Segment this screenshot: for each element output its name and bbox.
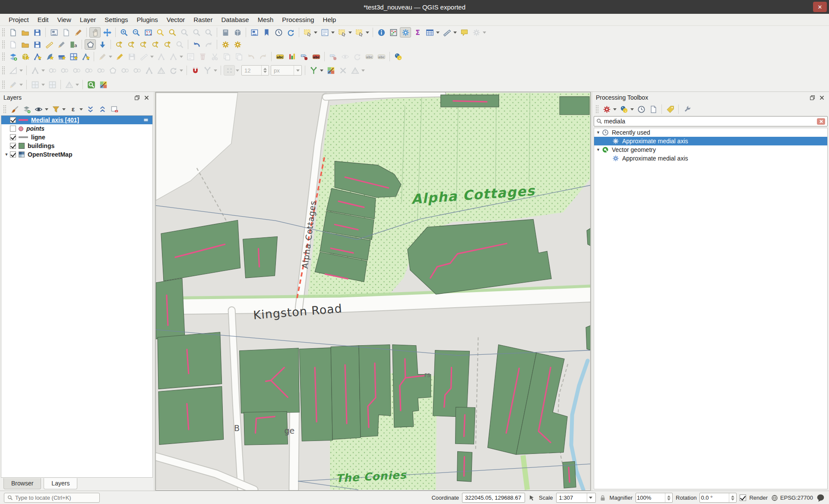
new-3d-map-view-button[interactable] [232, 27, 243, 38]
select-features-dropdown-icon[interactable] [314, 32, 317, 34]
python-console-button[interactable] [392, 51, 404, 62]
mesh-edit-topology-button[interactable] [47, 79, 58, 90]
data-source-manager-button[interactable] [7, 51, 19, 62]
new-geopackage-layer-button[interactable] [19, 51, 31, 62]
mesh-digitizing-dropdown-icon[interactable] [19, 84, 23, 86]
processing-toolbox-button[interactable] [400, 27, 411, 38]
menu-layer[interactable]: Layer [76, 15, 101, 25]
edit-features-in-place-button[interactable] [664, 104, 676, 114]
coordinate-input[interactable] [465, 495, 522, 501]
options-button[interactable] [681, 104, 693, 114]
save-layer-edits-button[interactable] [126, 51, 137, 62]
curve-tool-button[interactable] [119, 65, 130, 76]
layer-item-openstreetmap[interactable]: ▼OpenStreetMap [1, 150, 152, 159]
map-tips-button[interactable] [459, 27, 470, 38]
ellipse-from-center-button[interactable] [83, 65, 94, 76]
pan-to-selection-button[interactable] [101, 27, 113, 38]
magnifier-spinbox[interactable]: 100% [636, 493, 673, 503]
zoom-last-button[interactable] [191, 27, 202, 38]
select-by-value-button[interactable] [319, 27, 330, 38]
filter-by-expression-button[interactable] [67, 104, 79, 114]
fillet-tool-button[interactable] [131, 65, 142, 76]
construction-mode-button[interactable] [29, 65, 41, 76]
mesh-transform-button[interactable] [63, 79, 75, 90]
layout-manager-button[interactable] [48, 27, 60, 38]
open-attribute-table-dropdown-icon[interactable] [436, 32, 440, 34]
python-scripts-button[interactable] [618, 104, 630, 114]
refresh-map-button[interactable] [285, 27, 296, 38]
render-checkbox[interactable] [740, 495, 746, 501]
extents-toggle-icon[interactable] [528, 494, 536, 502]
style-manager-button[interactable] [73, 27, 84, 38]
rotate-feature-button[interactable] [168, 65, 179, 76]
edit-notes-button[interactable] [56, 39, 67, 50]
rotate-label-button[interactable] [351, 51, 363, 62]
zoom-full-button[interactable] [142, 27, 154, 38]
processing-algorithm-approximate-medial-axis[interactable]: Approximate medial axis [594, 137, 827, 145]
change-label-properties-button[interactable] [364, 51, 375, 62]
osm-editor-plugin-button[interactable] [98, 79, 109, 90]
undo-button[interactable] [245, 51, 256, 62]
save-annotation-button[interactable] [32, 39, 43, 50]
magnifier-stepper[interactable] [665, 493, 672, 502]
ellipse-from-extent-button[interactable] [95, 65, 106, 76]
menu-edit[interactable]: Edit [33, 15, 53, 25]
zoom-next-button[interactable] [203, 27, 214, 38]
add-group-button[interactable] [21, 104, 32, 114]
edit-magnifier-3-button[interactable] [138, 39, 149, 50]
vertex-tool-dropdown-icon[interactable] [180, 56, 183, 58]
show-statistical-sum-button[interactable] [412, 27, 423, 38]
locator-input[interactable] [15, 495, 96, 501]
menu-view[interactable]: View [53, 15, 76, 25]
cut-features-button[interactable] [209, 51, 220, 62]
group-expand-icon[interactable]: ▼ [596, 148, 602, 152]
crs-indicator[interactable]: EPSG:27700 [771, 494, 813, 502]
regular-polygon-tool-button[interactable] [107, 65, 118, 76]
enable-snapping-button[interactable] [190, 65, 201, 76]
zoom-to-selection-button[interactable] [155, 27, 166, 38]
offset-tool-button[interactable] [143, 65, 155, 76]
scale-lock-icon[interactable] [599, 494, 607, 502]
layer-item-medial-axis-401[interactable]: Medial axis [401] [1, 116, 152, 124]
new-raster-layer-button[interactable] [68, 51, 79, 62]
layers-panel-float-button[interactable] [133, 94, 141, 101]
digitize-line-button[interactable] [138, 51, 149, 62]
clear-trace-button[interactable] [337, 65, 348, 76]
plugin-settings-1-button[interactable] [220, 39, 231, 50]
new-annotation-button[interactable] [7, 39, 19, 50]
annotation-style-button[interactable] [44, 39, 55, 50]
copy-features-button[interactable] [221, 51, 232, 62]
measure-line-button[interactable] [441, 27, 452, 38]
circle-by-center-button[interactable] [71, 65, 82, 76]
zoom-in-button[interactable] [118, 27, 130, 38]
move-label-button[interactable] [327, 51, 339, 62]
show-hide-labels-button[interactable] [339, 51, 351, 62]
menu-raster[interactable]: Raster [189, 15, 217, 25]
scale-dropdown-icon[interactable] [587, 493, 595, 502]
mesh-digitizing-button[interactable] [7, 79, 19, 90]
open-layer-styling-button[interactable] [9, 104, 20, 114]
remove-layer-button[interactable] [109, 104, 120, 114]
open-attribute-table-button[interactable] [424, 27, 435, 38]
filter-legend-button[interactable] [50, 104, 61, 114]
snapping-type-button[interactable] [202, 65, 213, 76]
snapping-type-dropdown-icon[interactable] [214, 69, 217, 72]
digitize-line-dropdown-icon[interactable] [150, 56, 154, 58]
temporal-controller-button[interactable] [273, 27, 284, 38]
circle-from-3-points-button[interactable] [59, 65, 70, 76]
edit-magnifier-4-button[interactable] [150, 39, 161, 50]
run-feature-action-dropdown-icon[interactable] [483, 32, 486, 34]
messages-icon[interactable] [816, 493, 825, 502]
trim-extend-tool-button[interactable] [155, 65, 167, 76]
edit-magnifier-6-button[interactable] [174, 39, 185, 50]
edit-magnifier-5-button[interactable] [162, 39, 173, 50]
results-viewer-button[interactable] [648, 104, 659, 114]
deselect-features-dropdown-icon[interactable] [348, 32, 352, 34]
models-dropdown-icon[interactable] [613, 108, 617, 110]
new-report-button[interactable] [60, 27, 72, 38]
layer-visibility-checkbox[interactable] [10, 134, 16, 140]
new-print-layout-button[interactable] [249, 27, 260, 38]
text-annotation-button[interactable] [68, 39, 79, 50]
layer-item-ligne[interactable]: ligne [1, 133, 152, 142]
measure-line-dropdown-icon[interactable] [453, 32, 457, 34]
